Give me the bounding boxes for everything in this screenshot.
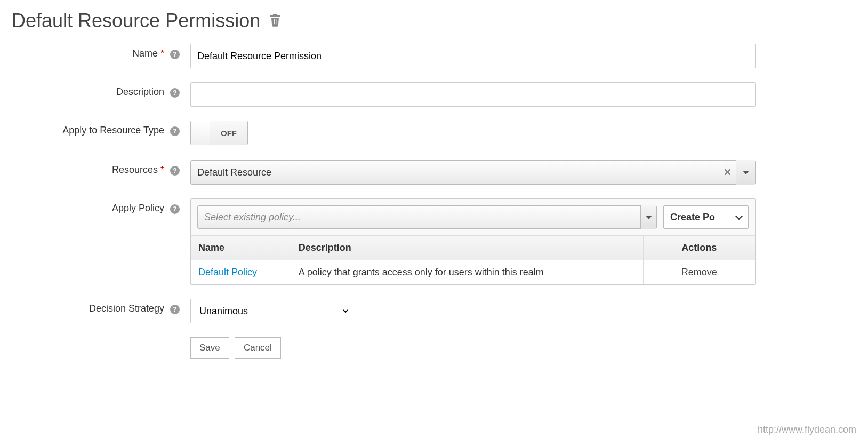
table-row: Default Policy A policy that grants acce… bbox=[191, 260, 755, 285]
trash-icon[interactable] bbox=[268, 10, 283, 32]
apply-policy-label-text: Apply Policy bbox=[112, 203, 164, 213]
help-icon[interactable]: ? bbox=[170, 204, 180, 214]
create-policy-label: Create Po bbox=[670, 212, 715, 223]
policy-table: Name Description Actions Default Policy … bbox=[191, 235, 755, 284]
help-icon[interactable]: ? bbox=[170, 50, 180, 59]
col-name: Name bbox=[191, 236, 291, 260]
col-description: Description bbox=[291, 236, 643, 260]
apply-resource-type-label-text: Apply to Resource Type bbox=[62, 125, 164, 136]
policy-description: A policy that grants access only for use… bbox=[291, 260, 643, 285]
clear-icon[interactable]: ✕ bbox=[724, 166, 732, 178]
required-asterisk: * bbox=[160, 48, 164, 59]
cancel-button[interactable]: Cancel bbox=[235, 337, 281, 359]
resources-label-text: Resources bbox=[112, 164, 158, 175]
help-icon[interactable]: ? bbox=[170, 126, 180, 136]
toggle-handle[interactable] bbox=[191, 121, 210, 145]
name-label: Name * ? bbox=[12, 44, 190, 59]
chevron-down-icon bbox=[735, 212, 743, 220]
dropdown-caret-icon[interactable] bbox=[640, 205, 656, 229]
decision-strategy-label: Decision Strategy ? bbox=[12, 299, 190, 314]
policy-select-placeholder: Select existing policy... bbox=[204, 212, 301, 223]
page-title-text: Default Resource Permission bbox=[12, 10, 260, 32]
description-field[interactable] bbox=[190, 82, 756, 107]
policy-name-link[interactable]: Default Policy bbox=[198, 267, 257, 277]
resources-selected-value: Default Resource bbox=[197, 167, 271, 178]
page-title: Default Resource Permission bbox=[12, 10, 856, 32]
decision-strategy-select[interactable]: Unanimous bbox=[190, 299, 350, 323]
apply-resource-type-label: Apply to Resource Type ? bbox=[12, 121, 190, 136]
description-label-text: Description bbox=[116, 86, 164, 97]
dropdown-caret-icon[interactable] bbox=[736, 160, 755, 185]
name-field[interactable] bbox=[190, 44, 756, 68]
policy-select[interactable]: Select existing policy... bbox=[197, 205, 657, 229]
create-policy-button[interactable]: Create Po bbox=[663, 205, 749, 229]
help-icon[interactable]: ? bbox=[170, 88, 180, 98]
save-button[interactable]: Save bbox=[190, 337, 229, 359]
apply-policy-label: Apply Policy ? bbox=[12, 198, 190, 214]
resources-select[interactable]: Default Resource ✕ bbox=[190, 160, 756, 185]
toggle-state-label: OFF bbox=[210, 121, 247, 145]
policy-box: Select existing policy... Create Po Name… bbox=[190, 198, 756, 285]
help-icon[interactable]: ? bbox=[170, 166, 180, 176]
description-label: Description ? bbox=[12, 82, 190, 98]
name-label-text: Name bbox=[132, 48, 158, 59]
col-actions: Actions bbox=[643, 236, 755, 260]
decision-strategy-label-text: Decision Strategy bbox=[89, 303, 164, 314]
required-asterisk: * bbox=[160, 164, 164, 175]
resources-label: Resources * ? bbox=[12, 160, 190, 176]
help-icon[interactable]: ? bbox=[170, 305, 180, 314]
remove-button[interactable]: Remove bbox=[681, 267, 717, 277]
apply-resource-type-toggle[interactable]: OFF bbox=[190, 121, 248, 145]
